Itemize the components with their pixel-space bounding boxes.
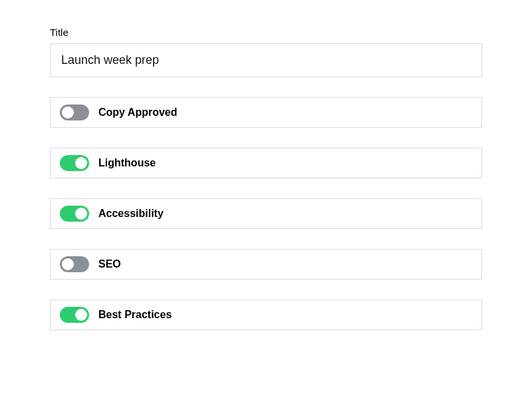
title-label: Title: [50, 27, 482, 38]
toggle-label: Copy Approved: [98, 106, 178, 118]
toggle-list: Copy Approved Lighthouse Accessibility S…: [50, 97, 482, 330]
toggle-row-copy-approved: Copy Approved: [50, 97, 482, 128]
toggle-row-best-practices: Best Practices: [50, 300, 482, 330]
toggle-copy-approved[interactable]: [60, 105, 89, 120]
toggle-accessibility[interactable]: [60, 206, 89, 222]
toggle-row-accessibility: Accessibility: [50, 198, 482, 229]
toggle-label: Lighthouse: [98, 157, 156, 169]
toggle-knob-icon: [75, 208, 87, 220]
toggle-label: Accessibility: [98, 208, 164, 220]
toggle-best-practices[interactable]: [60, 307, 89, 323]
title-field-group: Title: [50, 27, 482, 77]
toggle-row-seo: SEO: [50, 249, 482, 280]
toggle-label: Best Practices: [98, 309, 172, 321]
toggle-knob-icon: [75, 157, 87, 169]
toggle-row-lighthouse: Lighthouse: [50, 148, 482, 178]
toggle-label: SEO: [98, 258, 121, 270]
toggle-knob-icon: [75, 309, 87, 321]
title-input[interactable]: [50, 43, 482, 77]
toggle-knob-icon: [62, 258, 74, 270]
toggle-seo[interactable]: [60, 256, 89, 272]
toggle-knob-icon: [62, 106, 74, 118]
toggle-lighthouse[interactable]: [60, 155, 89, 171]
